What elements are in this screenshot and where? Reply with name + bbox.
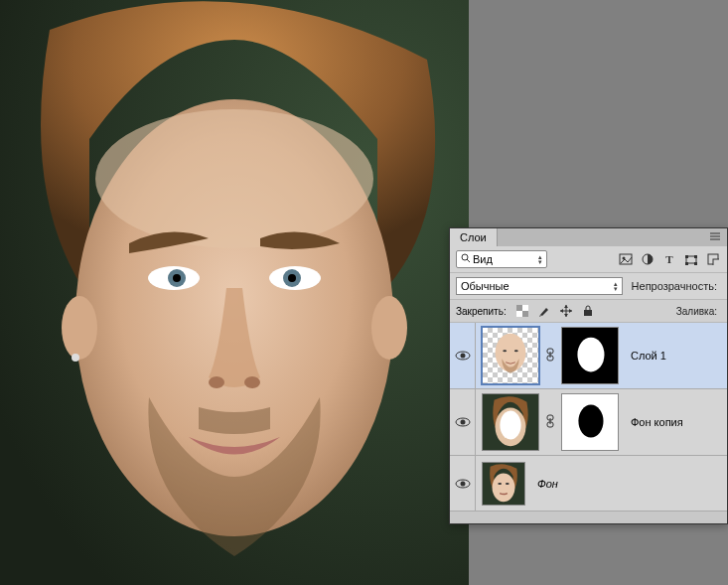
svg-point-7 <box>173 274 181 282</box>
svg-point-38 <box>496 334 526 372</box>
svg-rect-35 <box>584 310 592 316</box>
mask-thumbnail[interactable] <box>561 327 619 384</box>
svg-point-13 <box>72 354 79 362</box>
svg-point-45 <box>577 338 604 372</box>
svg-point-61 <box>498 483 502 485</box>
svg-rect-30 <box>522 311 528 317</box>
eye-icon <box>455 417 471 427</box>
layer-row[interactable]: Слой 1 <box>450 323 727 389</box>
combo-arrows-icon: ▴▾ <box>538 254 542 264</box>
svg-point-8 <box>288 274 296 282</box>
svg-point-37 <box>460 354 465 359</box>
svg-point-58 <box>460 481 465 486</box>
svg-point-9 <box>209 376 224 388</box>
svg-point-12 <box>371 296 407 360</box>
svg-point-39 <box>503 350 507 352</box>
svg-point-50 <box>500 410 520 439</box>
svg-point-40 <box>514 350 518 352</box>
filter-type-label: Вид <box>473 253 493 265</box>
filter-row: Вид ▴▾ T <box>450 246 727 273</box>
filter-text-icon[interactable]: T <box>661 251 677 267</box>
layer-row[interactable]: Фон копия <box>450 389 727 456</box>
filter-pixel-icon[interactable] <box>618 251 634 267</box>
blend-mode-select[interactable]: Обычные ▴▾ <box>456 277 623 295</box>
svg-rect-31 <box>522 305 528 311</box>
search-icon <box>461 253 471 265</box>
panel-footer <box>450 512 727 523</box>
blend-mode-value: Обычные <box>461 280 510 292</box>
svg-rect-28 <box>713 259 719 265</box>
layer-filter-type-select[interactable]: Вид ▴▾ <box>456 250 547 268</box>
lock-pixels-icon[interactable] <box>536 303 552 319</box>
visibility-toggle[interactable] <box>450 389 476 455</box>
filter-adjustment-icon[interactable] <box>640 251 655 267</box>
mask-thumbnail[interactable] <box>561 393 619 451</box>
fill-label[interactable]: Заливка: <box>676 306 721 317</box>
lock-all-icon[interactable] <box>580 303 596 319</box>
svg-point-62 <box>506 483 510 485</box>
layer-name-label[interactable]: Фон <box>531 478 558 490</box>
tab-layers[interactable]: Слои <box>450 228 498 246</box>
layer-row[interactable]: Фон <box>450 456 727 512</box>
svg-point-56 <box>578 405 603 438</box>
layer-name-label[interactable]: Слой 1 <box>625 350 666 362</box>
layer-name-label[interactable]: Фон копия <box>625 416 683 428</box>
eye-icon <box>455 351 471 361</box>
svg-rect-25 <box>685 262 688 265</box>
layer-thumbnail[interactable] <box>482 462 525 506</box>
svg-point-2 <box>95 109 373 248</box>
layers-panel: Слои Вид ▴▾ T <box>449 227 728 524</box>
lock-position-icon[interactable] <box>558 303 574 319</box>
svg-rect-32 <box>516 311 522 317</box>
filter-smart-icon[interactable] <box>705 251 721 267</box>
lock-row: Закрепить: Заливка: <box>450 300 727 323</box>
blend-row: Обычные ▴▾ Непрозрачность: <box>450 273 727 300</box>
visibility-toggle[interactable] <box>450 456 476 511</box>
lock-transparency-icon[interactable] <box>514 303 530 319</box>
filter-shape-icon[interactable] <box>683 251 699 267</box>
panel-tab-bar: Слои <box>450 228 727 246</box>
opacity-label[interactable]: Непрозрачность: <box>632 280 721 292</box>
canvas-area[interactable] <box>0 0 469 585</box>
svg-point-47 <box>460 420 465 425</box>
svg-point-60 <box>493 473 515 502</box>
svg-rect-23 <box>685 255 688 258</box>
svg-point-11 <box>62 296 97 360</box>
svg-rect-29 <box>516 305 522 311</box>
link-icon[interactable] <box>545 348 555 365</box>
combo-arrows-icon: ▴▾ <box>614 281 618 291</box>
lock-label: Закрепить: <box>456 306 507 317</box>
svg-line-18 <box>467 259 470 262</box>
link-icon[interactable] <box>545 414 555 431</box>
svg-point-10 <box>244 376 260 388</box>
layer-thumbnail[interactable] <box>482 393 539 451</box>
visibility-toggle[interactable] <box>450 323 476 388</box>
svg-rect-26 <box>694 262 697 265</box>
eye-icon <box>455 479 471 489</box>
layer-thumbnail[interactable] <box>482 327 539 384</box>
svg-rect-24 <box>694 255 697 258</box>
panel-menu-icon[interactable] <box>703 231 727 243</box>
layers-list: Слой 1 <box>450 323 727 512</box>
